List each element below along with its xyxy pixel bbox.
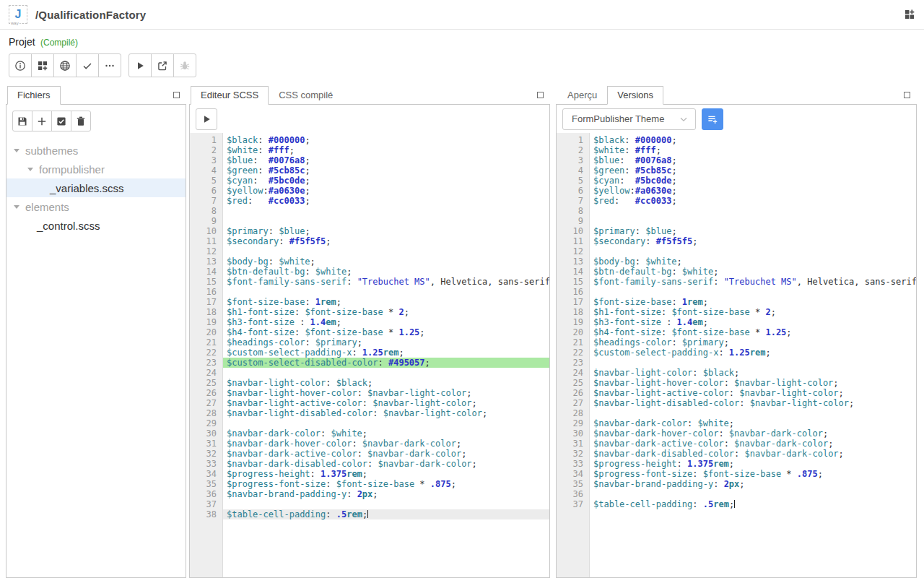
- code-line[interactable]: $h3-font-size : 1.4em;: [590, 317, 916, 327]
- code-line[interactable]: $green: #5cb85c;: [590, 165, 916, 176]
- code-line[interactable]: $cyan: #5bc0de;: [223, 176, 549, 186]
- code-line[interactable]: $navbar-brand-padding-y: 2px;: [223, 489, 549, 499]
- code-line[interactable]: $body-bg: $white;: [590, 256, 916, 267]
- theme-select[interactable]: FormPublisher Theme: [562, 108, 696, 130]
- code-line[interactable]: $table-cell-padding: .5rem;: [223, 509, 549, 519]
- code-line[interactable]: $font-size-base: 1rem;: [223, 297, 549, 307]
- code-line[interactable]: $navbar-light-disabled-color: $navbar-li…: [590, 398, 916, 408]
- open-external-button[interactable]: [151, 53, 174, 77]
- code-line[interactable]: $navbar-light-hover-color: $navbar-light…: [590, 378, 916, 388]
- version-code-view[interactable]: 1234567891011121314151617181920212223242…: [557, 133, 916, 577]
- code-line[interactable]: $navbar-light-color: $black;: [590, 368, 916, 378]
- tree-folder-elements[interactable]: elements: [6, 197, 186, 216]
- code-line[interactable]: $progress-height: 1.375rem;: [223, 469, 549, 479]
- tab-versions[interactable]: Versions: [607, 86, 663, 105]
- code-line[interactable]: [223, 206, 549, 216]
- code-line[interactable]: $navbar-dark-disabled-color: $navbar-dar…: [590, 449, 916, 459]
- code-line[interactable]: [223, 499, 549, 509]
- code-line[interactable]: $h4-font-size: $font-size-base * 1.25;: [590, 327, 916, 337]
- tree-folder-formpublisher[interactable]: formpublisher: [6, 160, 186, 178]
- apps-grid-icon[interactable]: [904, 9, 915, 20]
- code-line[interactable]: [223, 287, 549, 297]
- compile-play-button[interactable]: [196, 108, 217, 130]
- code-line[interactable]: $red: #cc0033;: [223, 196, 549, 206]
- add-button[interactable]: [32, 111, 52, 131]
- tab-apercu[interactable]: Aperçu: [557, 86, 607, 105]
- code-line[interactable]: $secondary: #f5f5f5;: [590, 236, 916, 246]
- code-line[interactable]: $yellow:#a0630e;: [590, 186, 916, 196]
- code-line[interactable]: $navbar-brand-padding-y: 2px;: [590, 479, 916, 489]
- play-button[interactable]: [128, 53, 152, 77]
- code-line[interactable]: $navbar-dark-hover-color: $navbar-dark-c…: [223, 439, 549, 449]
- code-line[interactable]: $font-family-sans-serif: "Trebuchet MS",…: [590, 277, 916, 287]
- info-button[interactable]: [9, 53, 32, 77]
- code-line[interactable]: [590, 408, 916, 418]
- code-line[interactable]: [223, 368, 549, 378]
- code-line[interactable]: $white: #fff;: [223, 145, 549, 155]
- code-line[interactable]: [590, 358, 916, 368]
- code-line[interactable]: [223, 418, 549, 428]
- code-line[interactable]: $navbar-dark-color: $white;: [590, 418, 916, 428]
- code-line[interactable]: $navbar-dark-hover-color: $navbar-dark-c…: [590, 428, 916, 439]
- code-line[interactable]: $cyan: #5bc0de;: [590, 176, 916, 186]
- code-line[interactable]: $black: #000000;: [590, 135, 916, 145]
- code-line[interactable]: $custom-select-disabled-color: #495057;: [223, 358, 549, 368]
- code-line[interactable]: $headings-color: $primary;: [223, 337, 549, 348]
- tree-file-control-scss[interactable]: _control.scss: [6, 216, 186, 235]
- code-line[interactable]: $green: #5cb85c;: [223, 165, 549, 176]
- more-button[interactable]: [98, 53, 121, 77]
- code-line[interactable]: $navbar-light-color: $black;: [223, 378, 549, 388]
- code-line[interactable]: $black: #000000;: [223, 135, 549, 145]
- code-line[interactable]: $progress-height: 1.375rem;: [590, 459, 916, 469]
- code-line[interactable]: $yellow:#a0630e;: [223, 186, 549, 196]
- code-line[interactable]: $progress-font-size: $font-size-base * .…: [590, 469, 916, 479]
- code-line[interactable]: $custom-select-padding-x: 1.25rem;: [223, 348, 549, 358]
- trash-button[interactable]: [71, 111, 91, 131]
- code-line[interactable]: $navbar-light-disabled-color: $navbar-li…: [223, 408, 549, 418]
- code-line[interactable]: $blue: #0076a8;: [590, 155, 916, 165]
- code-line[interactable]: $blue: #0076a8;: [223, 155, 549, 165]
- code-line[interactable]: [590, 287, 916, 297]
- code-area[interactable]: $black: #000000;$white: #fff;$blue: #007…: [590, 133, 916, 577]
- code-line[interactable]: $headings-color: $primary;: [590, 337, 916, 348]
- code-line[interactable]: $secondary: #f5f5f5;: [223, 236, 549, 246]
- code-line[interactable]: $navbar-dark-disabled-color: $navbar-dar…: [223, 459, 549, 469]
- code-line[interactable]: $white: #fff;: [590, 145, 916, 155]
- code-line[interactable]: [590, 216, 916, 226]
- code-line[interactable]: $h1-font-size: $font-size-base * 2;: [590, 307, 916, 317]
- tab-editeur-scss[interactable]: Editeur SCSS: [191, 86, 269, 105]
- code-line[interactable]: $progress-font-size: $font-size-base * .…: [223, 479, 549, 489]
- code-line[interactable]: $navbar-dark-active-color: $navbar-dark-…: [223, 449, 549, 459]
- scss-code-editor[interactable]: 1234567891011121314151617181920212223242…: [190, 133, 549, 577]
- tree-folder-subthemes[interactable]: subthemes: [6, 141, 186, 160]
- tab-fichiers[interactable]: Fichiers: [7, 86, 61, 105]
- code-line[interactable]: $navbar-light-hover-color: $navbar-light…: [223, 388, 549, 398]
- code-line[interactable]: $btn-default-bg: $white;: [223, 267, 549, 277]
- add-version-button[interactable]: [702, 108, 723, 130]
- code-line[interactable]: [223, 216, 549, 226]
- code-area[interactable]: $black: #000000;$white: #fff;$blue: #007…: [223, 133, 549, 577]
- code-line[interactable]: $table-cell-padding: .5rem;: [590, 499, 916, 509]
- code-line[interactable]: $navbar-dark-color: $white;: [223, 428, 549, 439]
- code-line[interactable]: [590, 489, 916, 499]
- code-line[interactable]: $body-bg: $white;: [223, 256, 549, 267]
- code-line[interactable]: $btn-default-bg: $white;: [590, 267, 916, 277]
- code-line[interactable]: [223, 246, 549, 256]
- code-line[interactable]: $font-family-sans-serif: "Trebuchet MS",…: [223, 277, 549, 287]
- code-line[interactable]: $primary: $blue;: [590, 226, 916, 236]
- tab-css-compile[interactable]: CSS compilé: [269, 86, 343, 105]
- code-line[interactable]: $h1-font-size: $font-size-base * 2;: [223, 307, 549, 317]
- globe-button[interactable]: [53, 53, 77, 77]
- code-line[interactable]: [590, 206, 916, 216]
- code-line[interactable]: $h4-font-size: $font-size-base * 1.25;: [223, 327, 549, 337]
- code-line[interactable]: $navbar-dark-active-color: $navbar-dark-…: [590, 439, 916, 449]
- grid-add-button[interactable]: [31, 53, 54, 77]
- code-line[interactable]: $navbar-light-active-color: $navbar-ligh…: [590, 388, 916, 398]
- save-button[interactable]: [12, 111, 32, 131]
- code-line[interactable]: [590, 246, 916, 256]
- code-line[interactable]: $primary: $blue;: [223, 226, 549, 236]
- code-line[interactable]: $custom-select-padding-x: 1.25rem;: [590, 348, 916, 358]
- code-line[interactable]: $navbar-light-active-color: $navbar-ligh…: [223, 398, 549, 408]
- code-line[interactable]: $font-size-base: 1rem;: [590, 297, 916, 307]
- tree-file-variables-scss[interactable]: _variables.scss: [6, 178, 186, 197]
